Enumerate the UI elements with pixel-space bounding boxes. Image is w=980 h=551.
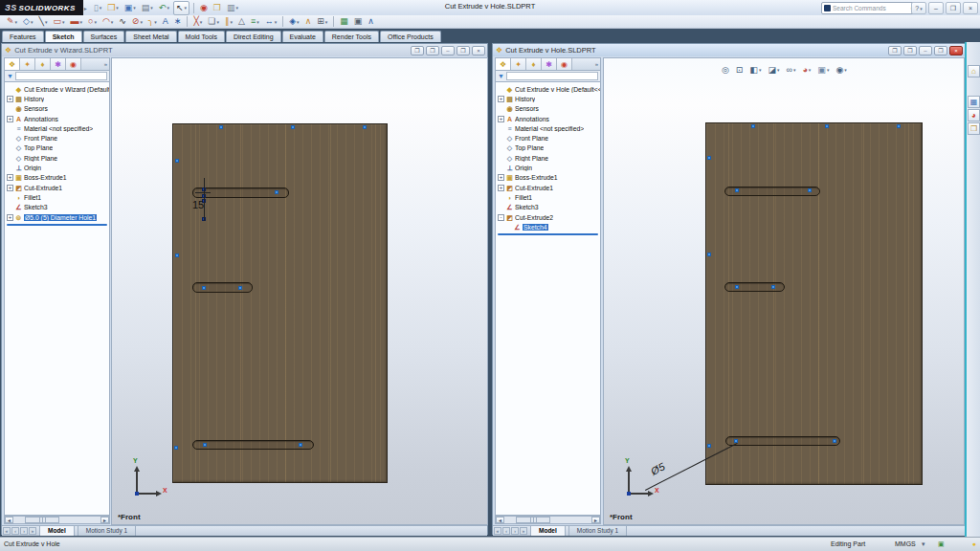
view-orientation-button[interactable]: ◧▾ — [747, 64, 763, 76]
display-delete-relations-button-dropdown-icon[interactable]: ▾ — [297, 19, 300, 25]
slot-cutout[interactable] — [192, 440, 314, 450]
hide-show-items-button-dropdown-icon[interactable]: ▾ — [793, 67, 796, 73]
grid-settings-button[interactable]: ▦ — [338, 16, 350, 28]
tree-item-fillet1[interactable]: ◗Fillet1 — [5, 192, 109, 202]
tab-scroll-last-icon[interactable]: » — [520, 527, 527, 535]
tree-item-annotations[interactable]: +AAnnotations — [5, 114, 109, 123]
edit-appearance-button-dropdown-icon[interactable]: ▾ — [809, 67, 812, 73]
pane-button-2[interactable]: ❐ — [903, 46, 917, 55]
dimension-text[interactable]: 15 — [192, 199, 204, 210]
tree-hscrollbar[interactable]: ◄ ► — [4, 516, 110, 524]
line-button[interactable]: ╲▾ — [37, 16, 50, 28]
tree-item-cut-extrude1[interactable]: +◩Cut-Extrude1 — [496, 183, 600, 192]
smart-dimension-button[interactable]: ◇▾ — [21, 16, 34, 28]
quick-snaps-button-dropdown-icon[interactable]: ▾ — [325, 19, 328, 25]
filter-icon[interactable]: ▼ — [498, 73, 504, 80]
tree-item-cut-extrude-v-hole-default-de[interactable]: ◆Cut Extrude v Hole (Default<<De — [496, 84, 600, 94]
tree-item-sketch3[interactable]: ∠Sketch3 — [5, 203, 109, 212]
smart-dimension-button-dropdown-icon[interactable]: ▾ — [31, 19, 33, 25]
view-settings-button[interactable]: ◉▾ — [834, 64, 848, 76]
expand-icon[interactable]: + — [7, 96, 13, 102]
sketch-button-dropdown-icon[interactable]: ▾ — [15, 19, 18, 25]
tab-sheet-metal[interactable]: Sheet Metal — [125, 31, 176, 42]
units-dropdown-icon[interactable]: ▾ — [922, 540, 925, 548]
options-button-dropdown-icon[interactable]: ▾ — [235, 5, 238, 11]
tab-scroll-first-icon[interactable]: « — [3, 527, 11, 535]
sketch-point[interactable] — [808, 188, 812, 192]
child-restore-button[interactable]: ❐ — [934, 46, 947, 55]
sketch-point[interactable] — [363, 125, 367, 129]
configurationmanager-tab[interactable]: ♦ — [35, 58, 51, 70]
tab-scroll-next-icon[interactable]: › — [511, 527, 519, 535]
child-restore-button[interactable]: ❐ — [457, 46, 470, 55]
sketch-fillet-button[interactable]: ╮▾ — [146, 16, 159, 28]
child-minimize-button[interactable]: – — [441, 46, 455, 55]
tree-item-fillet1[interactable]: ◗Fillet1 — [496, 192, 600, 202]
sketch-button[interactable]: ✎▾ — [5, 16, 19, 28]
tree-item-top-plane[interactable]: ◇Top Plane — [496, 143, 600, 153]
expand-icon[interactable]: + — [498, 174, 504, 181]
command-search[interactable]: Search Commands ⊙ ▾ — [821, 2, 923, 14]
mirror-entities-button[interactable]: △ — [236, 16, 247, 28]
tree-item-sketch4[interactable]: ∠Sketch4 — [496, 222, 600, 231]
sketch-point[interactable] — [291, 125, 295, 129]
dimension-text[interactable]: Ø5 — [649, 460, 667, 476]
scroll-right-icon[interactable]: ► — [100, 517, 109, 523]
tree-tabs-overflow-icon[interactable]: » — [104, 61, 109, 67]
app-restore-button[interactable]: ❐ — [946, 2, 961, 14]
tree-item-sketch3[interactable]: ∠Sketch3 — [496, 203, 600, 212]
sketch-point[interactable] — [825, 124, 829, 128]
appearances-tab[interactable]: ◕ — [968, 109, 980, 121]
tree-item-origin[interactable]: ⊥Origin — [5, 163, 109, 172]
sketch-point[interactable] — [707, 156, 711, 160]
menu-flyout-arrow-icon[interactable]: ▸ — [84, 5, 87, 11]
tab-scroll-next-icon[interactable]: › — [20, 527, 28, 535]
pane-button-1[interactable]: ❐ — [888, 46, 902, 55]
tree-item-cut-extrude1[interactable]: +◩Cut-Extrude1 — [5, 183, 109, 192]
display-delete-relations-button[interactable]: ◈▾ — [287, 16, 301, 28]
slot-cutout[interactable] — [724, 282, 785, 292]
centerpoint-arc-button[interactable]: ◠▾ — [100, 16, 115, 28]
slot-cutout[interactable] — [724, 187, 820, 196]
solidworks-resources-tab[interactable]: ⌂ — [968, 65, 980, 77]
quick-tips-icon[interactable]: ● — [972, 540, 976, 547]
child-titlebar[interactable]: ❖ Cut Extrude v Hole.SLDPRT ❐ ❐ – ❐ × — [493, 44, 965, 56]
app-close-button[interactable]: × — [963, 2, 978, 14]
scroll-thumb[interactable] — [516, 517, 550, 523]
options-button[interactable]: ▥▾ — [225, 2, 240, 14]
sketch-point[interactable] — [771, 285, 775, 289]
child-titlebar[interactable]: ❖ Cut Extrude v Wizard.SLDPRT ❐ ❐ – ❐ × — [2, 44, 487, 56]
sketch-picture-button[interactable]: ▣ — [352, 16, 365, 28]
offset-entities-button[interactable]: ∥▾ — [223, 16, 234, 28]
expand-icon[interactable]: + — [498, 116, 504, 122]
sketch-point[interactable] — [275, 190, 278, 194]
corner-rectangle-button[interactable]: ▭▾ — [51, 16, 66, 28]
part-face[interactable] — [705, 122, 923, 485]
expand-icon[interactable]: + — [498, 96, 504, 102]
file-explorer-tab[interactable]: ❒ — [968, 122, 980, 135]
sketch-point[interactable] — [833, 439, 836, 443]
sketch-point[interactable] — [175, 159, 179, 163]
propertymanager-tab[interactable]: ✦ — [511, 58, 526, 70]
display-style-button-dropdown-icon[interactable]: ▾ — [777, 67, 780, 73]
graphics-viewport[interactable]: *Front 15YX — [111, 57, 488, 525]
tab-evaluate[interactable]: Evaluate — [282, 31, 323, 42]
help-button[interactable]: ?▾ — [911, 2, 926, 14]
view-orientation-button-dropdown-icon[interactable]: ▾ — [759, 67, 762, 73]
tree-item-cut-extrude-v-wizard-default-d[interactable]: ◆Cut Extrude v Wizard (Default<<D — [5, 84, 109, 94]
expand-icon[interactable]: + — [7, 185, 13, 191]
sketch-point[interactable] — [175, 253, 179, 257]
spline-button[interactable]: ∿ — [117, 16, 128, 28]
sketch-point[interactable] — [219, 125, 223, 129]
slot-cutout[interactable] — [725, 436, 840, 446]
ellipse-button[interactable]: ⊘▾ — [130, 16, 145, 28]
edit-appearance-button[interactable]: ◕▾ — [800, 64, 813, 76]
featuremanager-tab[interactable]: ❖ — [496, 58, 511, 70]
rollback-bar[interactable] — [7, 224, 107, 226]
ellipse-button-dropdown-icon[interactable]: ▾ — [140, 19, 143, 25]
tree-tabs-overflow-icon[interactable]: » — [595, 61, 600, 67]
sketch-point[interactable] — [202, 286, 206, 290]
tab-render-tools[interactable]: Render Tools — [324, 31, 379, 42]
tab-features[interactable]: Features — [2, 31, 44, 42]
straight-slot-button[interactable]: ▬▾ — [68, 16, 84, 28]
